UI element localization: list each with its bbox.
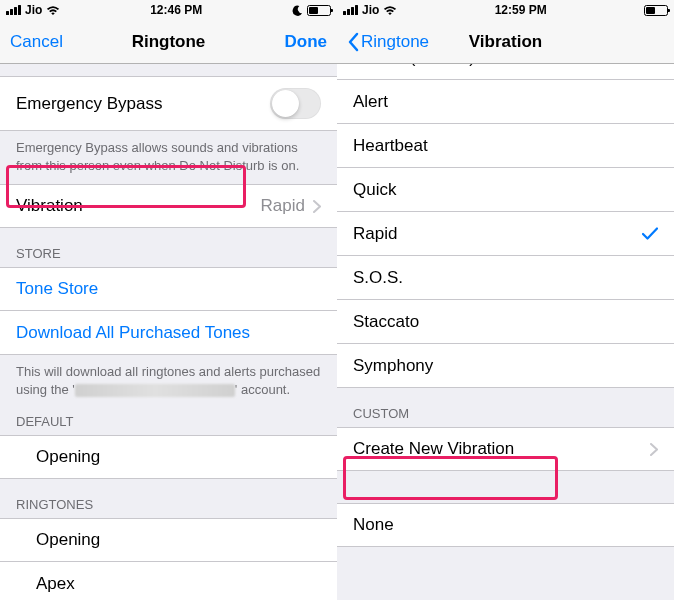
battery-icon [644,5,668,16]
back-button[interactable]: Ringtone [347,32,429,52]
vibration-item-label: Quick [353,180,396,200]
vibration-item-label: Staccato [353,312,419,332]
chevron-left-icon [347,32,359,52]
default-section-header: Default [0,408,337,435]
wifi-icon [383,5,397,16]
status-time: 12:46 PM [150,3,202,17]
page-title: Vibration [469,32,542,52]
vibration-item[interactable]: Staccato [337,300,674,344]
download-all-tones-row[interactable]: Download All Purchased Tones [0,311,337,355]
cancel-button[interactable]: Cancel [10,32,63,52]
content-scroll[interactable]: Accent (Default) AlertHeartbeatQuickRapi… [337,64,674,600]
left-phone-ringtone-screen: Jio 12:46 PM Cancel Ringtone Done Emerge… [0,0,337,600]
signal-icon [6,5,21,15]
custom-section-header: Custom [337,388,674,427]
default-tone-row[interactable]: Opening [0,435,337,479]
tone-store-row[interactable]: Tone Store [0,267,337,311]
vibration-item[interactable]: S.O.S. [337,256,674,300]
checkmark-icon [642,227,658,240]
wifi-icon [46,5,60,16]
emergency-bypass-footer: Emergency Bypass allows sounds and vibra… [0,131,337,184]
signal-icon [343,5,358,15]
vibration-item-cutoff[interactable]: Accent (Default) [337,64,674,80]
vibration-item[interactable]: Heartbeat [337,124,674,168]
vibration-item[interactable]: Rapid [337,212,674,256]
status-bar: Jio 12:59 PM [337,0,674,20]
page-title: Ringtone [132,32,206,52]
emergency-bypass-toggle[interactable] [270,88,321,119]
vibration-label: Vibration [16,196,83,216]
vibration-item[interactable]: Symphony [337,344,674,388]
chevron-right-icon [650,443,658,456]
none-row[interactable]: None [337,503,674,547]
nav-bar: Cancel Ringtone Done [0,20,337,64]
vibration-item[interactable]: Alert [337,80,674,124]
emergency-bypass-row[interactable]: Emergency Bypass [0,76,337,131]
vibration-item-label: Symphony [353,356,433,376]
content-scroll[interactable]: Emergency Bypass Emergency Bypass allows… [0,64,337,600]
done-button[interactable]: Done [285,32,328,52]
status-time: 12:59 PM [495,3,547,17]
vibration-item[interactable]: Quick [337,168,674,212]
ringtones-section-header: Ringtones [0,479,337,518]
vibration-item-label: Heartbeat [353,136,428,156]
create-new-vibration-row[interactable]: Create New Vibration [337,427,674,471]
vibration-item-label: Alert [353,92,388,112]
vibration-item-label: Rapid [353,224,397,244]
nav-bar: Ringtone Vibration [337,20,674,64]
store-section-header: Store [0,228,337,267]
ringtone-item[interactable]: Apex [0,562,337,600]
store-section-footer: This will download all ringtones and ale… [0,355,337,408]
vibration-row[interactable]: Vibration Rapid [0,184,337,228]
battery-icon [307,5,331,16]
vibration-item-label: S.O.S. [353,268,403,288]
ringtone-item[interactable]: Opening [0,518,337,562]
emergency-bypass-label: Emergency Bypass [16,94,162,114]
status-bar: Jio 12:46 PM [0,0,337,20]
carrier-label: Jio [362,3,379,17]
dnd-moon-icon [292,5,303,16]
vibration-value: Rapid [261,196,305,216]
create-new-vibration-label: Create New Vibration [353,439,514,459]
carrier-label: Jio [25,3,42,17]
chevron-right-icon [313,200,321,213]
right-phone-vibration-screen: Jio 12:59 PM Ringtone Vibration Accent (… [337,0,674,600]
redacted-account [75,384,235,397]
